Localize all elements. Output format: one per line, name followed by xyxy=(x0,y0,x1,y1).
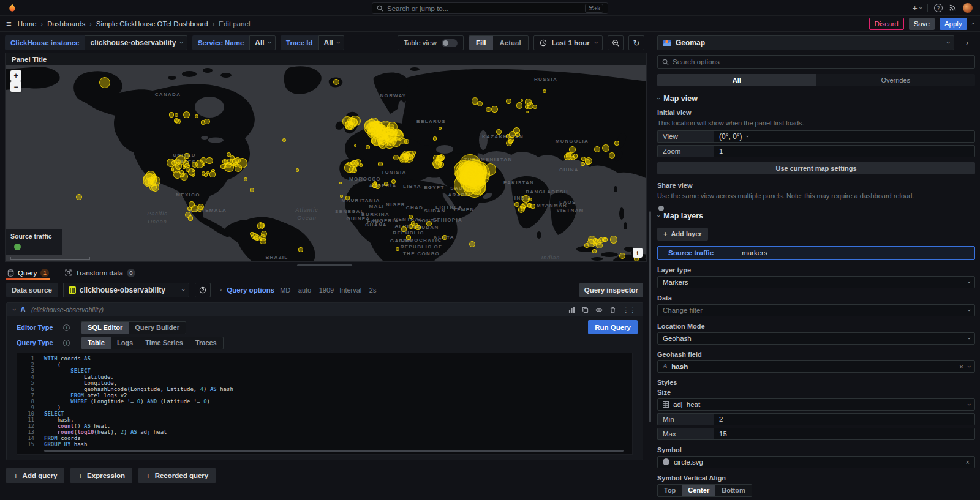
zoom-out-icon[interactable] xyxy=(608,35,624,50)
tab-transform-data[interactable]: Transform data0 xyxy=(64,266,137,280)
min-input[interactable] xyxy=(714,413,975,425)
table-view-toggle[interactable]: Table view xyxy=(398,35,464,50)
map-canvas[interactable]: CANADARUSSIAUNITED STATESMEXICOGUATEMALA… xyxy=(6,65,646,261)
segment-option[interactable]: Table xyxy=(81,337,111,349)
options-search[interactable] xyxy=(657,55,975,69)
segment-option[interactable]: Bottom xyxy=(715,485,752,496)
chevron-up-icon[interactable]: › xyxy=(970,23,976,24)
clear-icon[interactable]: × xyxy=(966,458,970,466)
sql-editor[interactable]: 1WITH coords AS2 (3 SELECT4 Latitude,5 L… xyxy=(17,353,633,455)
apply-button[interactable]: Apply xyxy=(940,18,967,30)
copy-icon[interactable] xyxy=(582,307,589,313)
map-zoom-in-button[interactable]: + xyxy=(10,70,21,81)
chart-icon[interactable] xyxy=(568,307,575,313)
segment-option[interactable]: Time Series xyxy=(139,337,189,349)
recorded-query-button[interactable]: +Recorded query xyxy=(138,468,216,483)
breadcrumb-item[interactable]: Home xyxy=(18,20,37,28)
breadcrumb-separator: › xyxy=(40,20,43,28)
time-range-picker[interactable]: Last 1 hour › xyxy=(533,35,603,50)
collapse-icon[interactable]: › xyxy=(11,308,17,310)
options-tab-all[interactable]: All xyxy=(657,74,816,86)
location-mode-select[interactable]: Geohash › xyxy=(657,332,975,345)
discard-button[interactable]: Discard xyxy=(869,18,904,30)
map-marker xyxy=(527,203,532,208)
map-marker xyxy=(204,119,210,125)
help-icon[interactable]: ? xyxy=(934,4,943,12)
expression-button[interactable]: +Expression xyxy=(70,468,132,483)
datasource-help-button[interactable] xyxy=(195,283,211,297)
map-marker xyxy=(526,111,528,113)
save-button[interactable]: Save xyxy=(909,18,935,30)
filter-value-dropdown[interactable]: All› xyxy=(249,35,276,50)
view-select[interactable]: (0°, 0°) › xyxy=(714,130,975,143)
trash-icon[interactable] xyxy=(609,307,616,313)
add-layer-button[interactable]: + Add layer xyxy=(657,228,708,241)
collapse-pane-icon[interactable]: › xyxy=(959,35,975,50)
add-menu-button[interactable]: +› xyxy=(912,3,921,13)
segment-option[interactable]: Center xyxy=(682,485,715,496)
breadcrumb-item[interactable]: Dashboards xyxy=(47,20,85,28)
segment-option[interactable]: Top xyxy=(658,485,682,496)
segment-option[interactable]: Traces xyxy=(189,337,223,349)
geohash-field-select[interactable]: A hash × › xyxy=(657,360,975,373)
max-input[interactable] xyxy=(714,428,975,440)
filter-label[interactable]: Trace Id xyxy=(281,35,318,50)
query-options-toggle[interactable]: › Query options xyxy=(220,286,274,294)
map-marker xyxy=(384,182,388,186)
use-current-map-settings-button[interactable]: Use current map settings xyxy=(657,162,975,174)
options-tab-overrides[interactable]: Overrides xyxy=(816,74,976,86)
map-zoom-out-button[interactable]: − xyxy=(10,81,21,92)
news-icon[interactable] xyxy=(949,4,957,12)
editor-scrollbar[interactable] xyxy=(44,450,624,452)
max-data-points-text: MD = auto = 1909 xyxy=(280,286,334,294)
size-label: Size xyxy=(657,389,975,396)
zoom-input[interactable] xyxy=(714,145,975,157)
data-select[interactable]: Change filter › xyxy=(657,304,975,316)
refresh-icon[interactable]: ↻ xyxy=(628,35,644,50)
query-card-header[interactable]: › A (clickhouse-observability) ⋮⋮ xyxy=(7,303,643,316)
table-view-switch[interactable] xyxy=(442,39,458,47)
layer-name: Source traffic xyxy=(668,249,714,256)
data-label: Data xyxy=(657,294,975,302)
map-marker xyxy=(469,241,475,247)
map-attribution-button[interactable]: i xyxy=(633,248,643,258)
user-avatar[interactable] xyxy=(963,3,973,13)
query-inspector-button[interactable]: Query inspector xyxy=(579,283,643,297)
add-query-button[interactable]: +Add query xyxy=(6,468,64,483)
map-marker xyxy=(393,155,399,160)
filter-value-dropdown[interactable]: clickhouse-observability› xyxy=(85,35,187,50)
drag-handle-icon[interactable]: ⋮⋮ xyxy=(623,307,636,313)
segment-option[interactable]: Query Builder xyxy=(129,322,186,334)
panel-title[interactable]: Panel Title xyxy=(6,53,646,65)
segment-option[interactable]: Logs xyxy=(111,337,139,349)
datasource-picker[interactable]: clickhouse-observability › xyxy=(63,283,189,297)
breadcrumb-item[interactable]: Simple ClickHouse OTel Dashboard xyxy=(96,20,208,28)
line-number: 7 xyxy=(17,392,34,398)
segment-option[interactable]: Actual xyxy=(493,36,528,50)
filter-label[interactable]: Service Name xyxy=(192,35,249,50)
global-search-input[interactable]: Search or jump to... ⌘+k xyxy=(372,2,608,14)
visualization-picker[interactable]: Geomap › xyxy=(657,35,954,50)
section-map-view[interactable]: › Map view xyxy=(657,94,975,103)
map-marker xyxy=(149,184,156,190)
options-search-input[interactable] xyxy=(673,58,970,65)
layer-item[interactable]: Source traffic markers xyxy=(657,246,975,260)
clickhouse-icon xyxy=(69,286,76,294)
symbol-select[interactable]: circle.svg × xyxy=(657,456,975,468)
run-query-button[interactable]: Run Query xyxy=(588,320,638,334)
tab-query[interactable]: Query1 xyxy=(6,266,50,280)
size-select[interactable]: adj_heat › xyxy=(657,398,975,411)
clear-icon[interactable]: × xyxy=(959,363,963,370)
eye-icon[interactable] xyxy=(595,307,603,313)
code-text: ) xyxy=(44,405,61,411)
share-view-desc: Use the same view across multiple panels… xyxy=(657,192,975,201)
segment-option[interactable]: Fill xyxy=(469,36,493,50)
layer-type-select[interactable]: Markers › xyxy=(657,276,975,288)
menu-icon[interactable]: ≡ xyxy=(6,19,12,28)
filter-value-dropdown[interactable]: All› xyxy=(318,35,345,50)
section-map-layers[interactable]: › Map layers xyxy=(657,212,975,220)
segment-option[interactable]: SQL Editor xyxy=(81,322,129,334)
grafana-logo-icon[interactable] xyxy=(7,3,17,13)
map-marker xyxy=(235,164,242,171)
filter-label[interactable]: ClickHouse instance xyxy=(5,35,85,50)
